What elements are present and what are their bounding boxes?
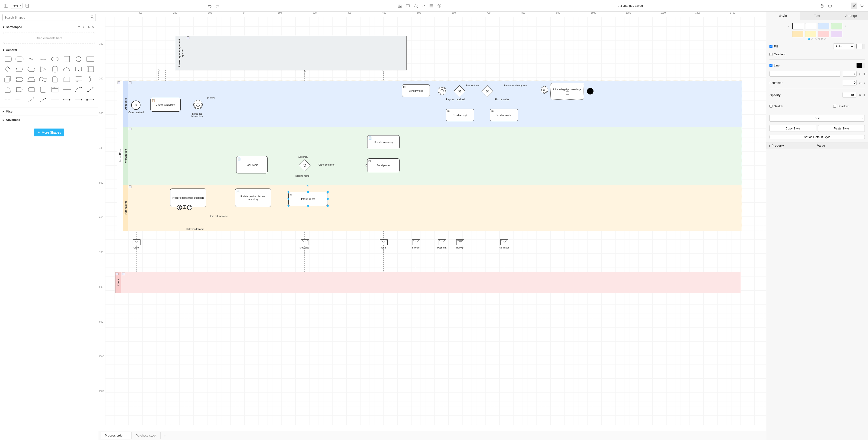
- shape-arrow-open[interactable]: [26, 95, 37, 104]
- task-send-parcel[interactable]: ✉Send parcel: [367, 159, 400, 172]
- perimeter-input[interactable]: [843, 80, 857, 86]
- shape-and[interactable]: [14, 85, 25, 94]
- share-button[interactable]: [819, 3, 825, 9]
- start-event[interactable]: ✉: [131, 101, 141, 110]
- swatch-page-dot[interactable]: [811, 38, 813, 40]
- shape-container[interactable]: [38, 85, 49, 94]
- shape-cylinder[interactable]: [50, 65, 61, 74]
- shape-line-thin[interactable]: [50, 95, 61, 104]
- shape-curve[interactable]: [73, 85, 84, 94]
- task-procure[interactable]: Procure items from suppliers +: [170, 189, 206, 207]
- fill-checkbox[interactable]: Fill: [770, 45, 778, 48]
- shape-heading[interactable]: Heading: [38, 55, 49, 64]
- shape-document[interactable]: [73, 65, 84, 74]
- line-width-input[interactable]: [843, 71, 857, 77]
- selection-handle[interactable]: [327, 205, 329, 207]
- end-event[interactable]: [587, 88, 593, 95]
- task-send-reminder[interactable]: ✉Send reminder: [490, 109, 518, 121]
- collapse-toggle[interactable]: −: [122, 273, 125, 275]
- more-menu-button[interactable]: [827, 3, 833, 9]
- selection-handle[interactable]: [327, 191, 329, 193]
- stepper-icon[interactable]: ▴▾: [864, 81, 865, 84]
- selection-handle[interactable]: [287, 198, 289, 200]
- intermediate-event[interactable]: [193, 100, 203, 109]
- collapse-toggle[interactable]: −: [129, 185, 131, 188]
- swatch-page-dot[interactable]: [808, 38, 810, 40]
- zoom-select[interactable]: 75%: [11, 3, 23, 9]
- shape-hline[interactable]: [61, 85, 72, 94]
- tab-style[interactable]: Style: [766, 11, 800, 20]
- shape-cloud[interactable]: [61, 65, 72, 74]
- add-tab-button[interactable]: ＋: [161, 432, 169, 440]
- shape-connector-3[interactable]: [85, 95, 96, 104]
- line-color-chip[interactable]: [857, 63, 865, 68]
- shape-tape[interactable]: [38, 75, 49, 84]
- paste-style-button[interactable]: Paste Style: [818, 125, 865, 132]
- shape-trapezoid[interactable]: [26, 75, 37, 84]
- rotate-handle[interactable]: ⟲: [307, 184, 310, 187]
- more-shapes-button[interactable]: ＋More Shapes: [34, 129, 64, 136]
- shape-data-store[interactable]: [26, 85, 37, 94]
- selection-handle[interactable]: [287, 205, 289, 207]
- shape-arrow-solid[interactable]: [38, 95, 49, 104]
- swatch-page-dot[interactable]: [818, 38, 820, 40]
- shape-internal-storage[interactable]: [85, 65, 96, 74]
- shape-rounded-rect-2[interactable]: [14, 55, 25, 64]
- swatch-page-dot[interactable]: [815, 38, 816, 40]
- sketch-checkbox[interactable]: Sketch: [770, 104, 783, 108]
- stepper-icon[interactable]: ▴▾: [864, 93, 865, 97]
- shadow-checkbox[interactable]: Shadow: [833, 104, 848, 108]
- tab-process-order[interactable]: Process order ⌃: [101, 432, 132, 439]
- insert-freehand-button[interactable]: [420, 3, 427, 9]
- shape-connector-1[interactable]: [61, 95, 72, 104]
- general-header[interactable]: ▾ General: [0, 46, 98, 54]
- edit-icon[interactable]: ✎: [87, 26, 91, 29]
- line-style-select[interactable]: ▾: [770, 71, 840, 77]
- shape-dotted-line[interactable]: [14, 95, 25, 104]
- advanced-header[interactable]: ▸Advanced: [0, 115, 98, 124]
- selection-handle[interactable]: [327, 198, 329, 200]
- shape-actor[interactable]: [85, 75, 96, 84]
- style-swatch[interactable]: [805, 31, 816, 37]
- task-pack-items[interactable]: 📄Pack items: [236, 156, 268, 173]
- swatch-page-dot[interactable]: [821, 38, 823, 40]
- pool-inventory-system[interactable]: Inventory management system −: [175, 36, 407, 70]
- shape-connector-2[interactable]: [73, 95, 84, 104]
- style-swatch[interactable]: [831, 31, 842, 37]
- tab-arrange[interactable]: Arrange: [834, 11, 868, 20]
- fill-color-chip[interactable]: [857, 44, 865, 49]
- shape-diamond[interactable]: [2, 65, 13, 74]
- fill-mode-select[interactable]: Auto: [833, 43, 854, 49]
- stepper-icon[interactable]: ▴▾: [864, 72, 865, 76]
- misc-header[interactable]: ▸Misc: [0, 107, 98, 115]
- scratchpad-dropzone[interactable]: Drag elements here: [3, 32, 95, 44]
- canvas-viewport[interactable]: Inventory management system − − − Items'…: [105, 17, 766, 431]
- selection-handle[interactable]: [307, 191, 309, 193]
- swatch-next[interactable]: ›: [844, 24, 847, 28]
- shape-step[interactable]: [14, 75, 25, 84]
- style-swatch[interactable]: [792, 31, 803, 37]
- add-page-button[interactable]: [24, 3, 30, 9]
- shape-callout[interactable]: [73, 75, 84, 84]
- shape-parallelogram[interactable]: [14, 65, 25, 74]
- tab-text[interactable]: Text: [800, 11, 834, 20]
- insert-text-button[interactable]: A: [397, 3, 403, 9]
- redo-button[interactable]: [214, 3, 221, 9]
- style-swatch[interactable]: [818, 23, 829, 29]
- intermediate-link-event[interactable]: [540, 86, 548, 94]
- task-send-receipt[interactable]: ✉Send receipt: [446, 109, 474, 121]
- task-inform-client[interactable]: ✉Inform client: [288, 192, 328, 206]
- shape-card[interactable]: [61, 75, 72, 84]
- insert-rect-button[interactable]: [405, 3, 411, 9]
- timer-event[interactable]: [438, 87, 446, 95]
- shape-square[interactable]: [61, 55, 72, 64]
- edit-style-dropdown[interactable]: Edit: [770, 115, 865, 122]
- tab-purchase-stock[interactable]: Purchase stock: [132, 432, 161, 439]
- shape-process[interactable]: [85, 55, 96, 64]
- task-update-product-list[interactable]: 📄Update product list and inventory: [235, 189, 271, 207]
- collapse-toggle[interactable]: −: [187, 36, 189, 39]
- insert-more-button[interactable]: [436, 3, 442, 9]
- pool-client[interactable]: Client − −: [115, 272, 741, 293]
- collapse-toggle[interactable]: −: [129, 81, 131, 84]
- undo-button[interactable]: [206, 3, 213, 9]
